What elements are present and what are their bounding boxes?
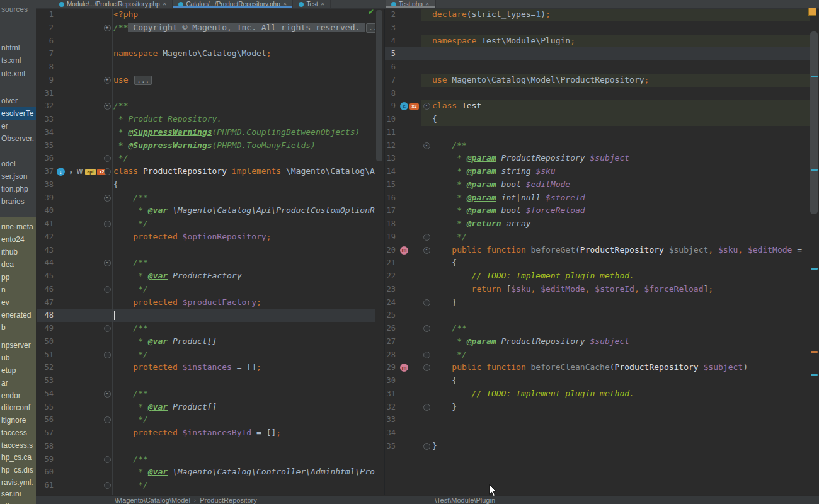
code-line[interactable]: 33 * Product Repository.	[36, 113, 375, 126]
editor-pane-right[interactable]: 2declare(strict_types=1);34namespace Tes…	[384, 0, 810, 495]
close-icon[interactable]: ✕	[321, 1, 325, 7]
editor-tab[interactable]: Module/.../ProductRepository.php✕	[54, 0, 173, 8]
line-number[interactable]: 34	[36, 126, 54, 139]
line-number[interactable]: 12	[385, 139, 396, 152]
code-line[interactable]: 39- /**	[36, 192, 375, 205]
close-icon[interactable]: ✕	[163, 1, 167, 7]
line-number[interactable]: 48	[36, 309, 54, 322]
line-number[interactable]: 33	[385, 413, 396, 427]
code-line[interactable]: 7namespace Magento\Catalog\Model;	[36, 47, 375, 60]
error-stripe-mark[interactable]	[811, 76, 818, 77]
code-line[interactable]: 25	[385, 309, 810, 322]
left-editor-scrollbar[interactable]	[376, 10, 382, 161]
fold-marker-icon[interactable]	[103, 413, 112, 427]
sidebar-item[interactable]: Observer.	[0, 132, 36, 145]
sidebar-item[interactable]: ts.xml	[0, 54, 36, 67]
line-number[interactable]: 43	[36, 244, 54, 257]
inspections-warning-icon[interactable]	[808, 8, 816, 16]
code-line[interactable]: 18 * @return array	[385, 217, 810, 231]
line-number[interactable]: 58	[36, 440, 54, 453]
code-line[interactable]: 28 */	[385, 348, 810, 362]
code-line[interactable]: 32-/**	[36, 100, 375, 113]
line-number[interactable]: 15	[385, 178, 396, 192]
code-line[interactable]: 26- /**	[385, 322, 810, 335]
override-arrow-icon[interactable]: ↓	[57, 168, 65, 176]
sidebar-item[interactable]: b	[0, 321, 36, 334]
code-line[interactable]: 61 */	[36, 479, 375, 492]
sidebar-item[interactable]: ravis.yml.	[0, 476, 36, 489]
fold-marker-icon[interactable]	[103, 479, 112, 492]
code-line[interactable]: 16 * @param int|null $storeId	[385, 192, 810, 205]
breadcrumb-item[interactable]: ProductRepository	[200, 496, 257, 504]
code-line[interactable]: 56 */	[36, 413, 375, 427]
code-line[interactable]: 6	[36, 35, 375, 48]
code-line[interactable]: 21 {	[385, 256, 810, 270]
sidebar-item[interactable]: nhtml	[0, 42, 36, 54]
fold-marker-icon[interactable]: -	[103, 256, 112, 270]
code-line[interactable]: 51 */	[36, 348, 375, 362]
sidebar-item[interactable]: tion.php	[0, 183, 36, 195]
line-number[interactable]: 41	[36, 217, 54, 231]
method-icon[interactable]: m	[400, 246, 408, 255]
code-line[interactable]: 8	[385, 87, 810, 100]
code-line[interactable]: 32 }	[385, 401, 810, 414]
x2-badge-icon[interactable]: x2	[410, 103, 419, 110]
code-line[interactable]: 23 return [$sku, $editMode, $storeId, $f…	[385, 283, 810, 296]
line-number[interactable]: 31	[385, 387, 396, 401]
line-number[interactable]: 10	[385, 113, 396, 126]
line-number[interactable]: 34	[385, 427, 396, 440]
line-number[interactable]: 2	[385, 8, 396, 21]
line-number[interactable]: 32	[385, 401, 396, 414]
line-number[interactable]: 25	[385, 309, 396, 322]
line-number[interactable]: 38	[36, 178, 54, 192]
sidebar-item[interactable]: uth.json.s	[0, 500, 36, 504]
sidebar-item[interactable]: ub	[0, 352, 36, 364]
code-line[interactable]: 1<?php	[36, 8, 375, 21]
line-number[interactable]: 2	[36, 21, 54, 35]
code-line[interactable]: 44- /**	[36, 256, 375, 270]
line-number[interactable]: 17	[385, 204, 396, 217]
line-number[interactable]: 50	[36, 335, 54, 348]
line-number[interactable]: 14	[385, 165, 396, 178]
line-number[interactable]: 60	[36, 466, 54, 479]
sidebar-item[interactable]: ser.json	[0, 170, 36, 183]
line-number[interactable]: 28	[385, 348, 396, 362]
line-number[interactable]: 21	[385, 256, 396, 270]
code-line[interactable]: 9+use ...	[36, 74, 375, 87]
code-line[interactable]: 45 * @var ProductFactory	[36, 270, 375, 283]
line-number[interactable]: 8	[36, 60, 54, 74]
line-number[interactable]: 19	[385, 231, 396, 244]
line-number[interactable]: 35	[385, 440, 396, 453]
code-line[interactable]: 2declare(strict_types=1);	[385, 8, 810, 21]
sidebar-item[interactable]: braries	[0, 195, 36, 208]
inspections-ok-icon[interactable]: ✔	[368, 8, 374, 16]
code-line[interactable]: 38{	[36, 178, 375, 192]
line-number[interactable]: 7	[36, 47, 54, 60]
fold-marker-icon[interactable]	[103, 152, 112, 165]
sidebar-item[interactable]: ditorconf	[0, 401, 36, 414]
line-number[interactable]: 18	[385, 217, 396, 231]
sidebar-item[interactable]: ule.xml	[0, 67, 36, 80]
code-line[interactable]: 6	[385, 60, 810, 74]
code-line[interactable]: 34 * @SuppressWarnings(PHPMD.CouplingBet…	[36, 126, 375, 139]
sidebar-item[interactable]: hp_cs.dis	[0, 464, 36, 476]
sidebar-item[interactable]: taccess.s	[0, 439, 36, 452]
code-line[interactable]: 30 {	[385, 374, 810, 387]
line-number[interactable]: 33	[36, 113, 54, 126]
line-number[interactable]: 56	[36, 413, 54, 427]
code-line[interactable]: 22 // TODO: Implement plugin method.	[385, 270, 810, 283]
code-line[interactable]: 57 protected $instancesById = [];	[36, 427, 375, 440]
breadcrumb-item[interactable]: \Magento\Catalog\Model	[115, 496, 190, 504]
line-number[interactable]: 11	[385, 126, 396, 139]
line-number[interactable]: 46	[36, 283, 54, 296]
line-number[interactable]: 3	[385, 21, 396, 35]
fold-marker-icon[interactable]	[103, 217, 112, 231]
code-line[interactable]: 7use Magento\Catalog\Model\ProductReposi…	[385, 74, 810, 87]
line-number[interactable]: 57	[36, 427, 54, 440]
line-number[interactable]: 6	[385, 60, 396, 74]
line-number[interactable]: 37	[36, 165, 54, 178]
sidebar-item[interactable]: enerated	[0, 309, 36, 321]
line-number[interactable]: 8	[385, 87, 396, 100]
code-line[interactable]: 8	[36, 60, 375, 74]
error-stripe-mark[interactable]	[811, 169, 818, 171]
